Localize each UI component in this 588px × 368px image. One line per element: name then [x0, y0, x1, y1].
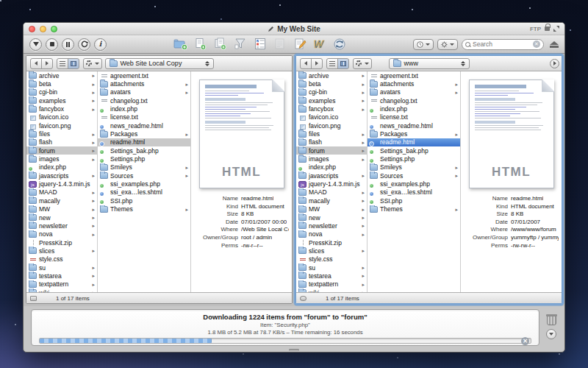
- file-row[interactable]: Settings_bak.php▸: [368, 146, 460, 155]
- resize-grip[interactable]: [24, 347, 564, 352]
- file-row[interactable]: beta▸: [26, 79, 97, 88]
- file-row[interactable]: readme.html▸: [368, 138, 460, 146]
- file-row[interactable]: license.txt▸: [368, 113, 460, 121]
- file-row[interactable]: agreement.txt▸: [98, 71, 190, 79]
- file-row[interactable]: images▸: [296, 155, 367, 163]
- file-row[interactable]: attachments▸: [368, 79, 460, 88]
- file-row[interactable]: index.php▸: [296, 163, 367, 171]
- file-row[interactable]: MAAD▸: [296, 188, 367, 197]
- column-view-button[interactable]: [68, 58, 79, 69]
- file-row[interactable]: Sources▸: [368, 171, 460, 180]
- file-row[interactable]: changelog.txt▸: [368, 96, 460, 105]
- file-row[interactable]: attachments▸: [98, 79, 190, 88]
- file-row[interactable]: favicon.png▸: [296, 121, 367, 130]
- local-folder-column[interactable]: archive▸beta▸cgi-bin▸examples▸fancybox▸f…: [26, 71, 98, 292]
- file-row[interactable]: macally▸: [26, 197, 97, 205]
- file-row[interactable]: favicon.ico▸: [26, 113, 97, 121]
- file-row[interactable]: textpattern▸: [26, 280, 97, 289]
- remote-path-selector[interactable]: www: [389, 58, 470, 69]
- file-row[interactable]: cgi-bin▸: [26, 88, 97, 96]
- file-row[interactable]: index.php▸: [98, 105, 190, 113]
- file-row[interactable]: new▸: [26, 213, 97, 222]
- file-row[interactable]: Smileys▸: [98, 163, 190, 171]
- clear-search-icon[interactable]: ✕: [533, 40, 540, 48]
- forward-button[interactable]: [311, 58, 323, 69]
- file-row[interactable]: Themes▸: [368, 205, 460, 213]
- file-row[interactable]: SSI.php▸: [368, 197, 460, 205]
- file-row[interactable]: Sources▸: [98, 171, 190, 180]
- file-row[interactable]: SSI.php▸: [98, 197, 190, 205]
- file-row[interactable]: ssi_examples.php▸: [98, 180, 190, 188]
- settings-dropdown[interactable]: [437, 39, 458, 50]
- sync-button[interactable]: [332, 38, 347, 51]
- history-dropdown[interactable]: [413, 39, 434, 50]
- file-row[interactable]: fancybox▸: [296, 105, 367, 113]
- file-row[interactable]: nova▸: [296, 230, 367, 238]
- file-row[interactable]: images▸: [26, 155, 97, 163]
- file-row[interactable]: news_readme.html▸: [98, 121, 190, 130]
- local-path-selector[interactable]: Web Site Local Copy: [105, 58, 214, 69]
- transfer-button[interactable]: [29, 38, 42, 51]
- file-row[interactable]: nova▸: [26, 230, 97, 238]
- file-row[interactable]: fancybox▸: [26, 105, 97, 113]
- file-row[interactable]: avatars▸: [368, 88, 460, 96]
- file-row[interactable]: index.php▸: [26, 163, 97, 171]
- file-row[interactable]: files▸: [26, 130, 97, 138]
- file-row[interactable]: archive▸: [26, 71, 97, 79]
- file-row[interactable]: Packages▸: [98, 130, 190, 138]
- tasks-button[interactable]: [253, 38, 268, 51]
- close-button[interactable]: [29, 26, 35, 32]
- file-row[interactable]: Settings.php▸: [98, 155, 190, 163]
- search-input[interactable]: [473, 40, 531, 48]
- file-row[interactable]: news_readme.html▸: [368, 121, 460, 130]
- file-row[interactable]: index.php▸: [368, 105, 460, 113]
- file-row[interactable]: forum▸: [296, 146, 367, 155]
- local-file-column[interactable]: agreement.txt▸attachments▸avatars▸change…: [98, 71, 191, 292]
- stop-button[interactable]: [46, 38, 58, 51]
- minimize-button[interactable]: [40, 26, 46, 32]
- file-row[interactable]: new▸: [296, 213, 367, 222]
- filter-button[interactable]: [233, 38, 248, 51]
- new-folder-button[interactable]: [173, 38, 188, 51]
- file-row[interactable]: MAAD▸: [26, 188, 97, 197]
- file-row[interactable]: ssi_exa…les.shtml▸: [98, 188, 190, 197]
- back-button[interactable]: [300, 58, 312, 69]
- file-row[interactable]: forum▸: [26, 146, 97, 155]
- file-row[interactable]: javascripts▸: [296, 171, 367, 180]
- list-view-button[interactable]: [57, 58, 68, 69]
- remote-file-column[interactable]: agreement.txt▸attachments▸avatars▸change…: [368, 71, 461, 292]
- file-row[interactable]: readme.html▸: [98, 138, 190, 146]
- back-button[interactable]: [30, 58, 42, 69]
- file-row[interactable]: slices▸: [296, 247, 367, 255]
- file-row[interactable]: testarea▸: [26, 272, 97, 280]
- file-row[interactable]: favicon.ico▸: [296, 113, 367, 121]
- go-button[interactable]: [550, 59, 559, 68]
- file-row[interactable]: javascripts▸: [26, 171, 97, 180]
- file-row[interactable]: changelog.txt▸: [98, 96, 190, 105]
- file-row[interactable]: slices▸: [26, 247, 97, 255]
- file-row[interactable]: macally▸: [296, 197, 367, 205]
- list-view-button[interactable]: [326, 58, 338, 69]
- file-row[interactable]: files▸: [296, 130, 367, 138]
- file-row[interactable]: Settings_bak.php▸: [98, 146, 190, 155]
- edit-button[interactable]: [293, 38, 307, 51]
- action-menu-button[interactable]: [353, 58, 372, 69]
- file-row[interactable]: Settings.php▸: [368, 155, 460, 163]
- action-menu-button[interactable]: [83, 58, 102, 69]
- cancel-transfer-button[interactable]: ✕: [521, 337, 529, 345]
- pause-button[interactable]: [62, 38, 74, 51]
- file-row[interactable]: PressKit.zip▸: [26, 238, 97, 247]
- file-row[interactable]: beta▸: [296, 79, 367, 88]
- forward-button[interactable]: [41, 58, 53, 69]
- file-row[interactable]: agreement.txt▸: [368, 71, 460, 79]
- app-logo-button[interactable]: W: [312, 38, 327, 51]
- titlebar[interactable]: My Web Site FTP: [24, 23, 564, 35]
- fullscreen-resize-icon[interactable]: [553, 26, 559, 32]
- file-row[interactable]: ssi_exa…les.shtml▸: [368, 188, 460, 197]
- file-row[interactable]: MW▸: [296, 205, 367, 213]
- file-row[interactable]: style.css▸: [26, 255, 97, 263]
- file-row[interactable]: jquery-1.4.3.min.js▸: [296, 180, 367, 188]
- file-row[interactable]: su▸: [26, 263, 97, 272]
- file-row[interactable]: MW▸: [26, 205, 97, 213]
- file-row[interactable]: jquery-1.4.3.min.js▸: [26, 180, 97, 188]
